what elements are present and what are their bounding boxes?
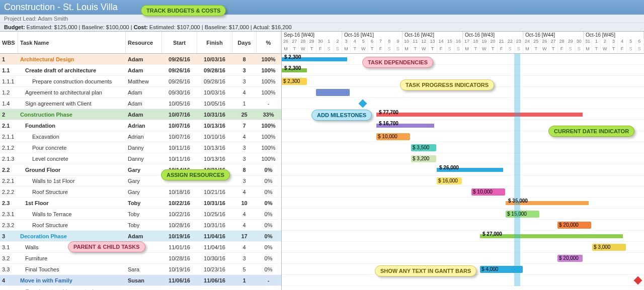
task-row[interactable]: 2.31st FloorToby10/22/1610/31/16100%	[0, 198, 281, 209]
task-row[interactable]: 1.4Sign agreement with ClientAdam10/05/1…	[0, 98, 281, 109]
milestone-marker[interactable]	[634, 276, 642, 285]
task-bar[interactable]: $ 16,000	[437, 177, 462, 184]
gantt-row: $ 16,000	[282, 175, 644, 186]
grid-header: WBS Task Name Resource Start Finish Days…	[0, 32, 281, 54]
project-lead: Project Lead: Adam Smith	[0, 15, 644, 23]
task-row[interactable]: 1.1Create draft of architectureAdam09/26…	[0, 65, 281, 76]
task-bar[interactable]	[316, 89, 350, 96]
gantt-chart[interactable]: Sep-16 [W40]Oct-16 [W41]Oct-16 [W42]Oct-…	[282, 32, 644, 290]
col-wbs[interactable]: WBS	[0, 32, 18, 53]
gantt-row: $ 10,000	[282, 186, 644, 198]
task-row[interactable]: 2.1.1ExcavationAdrian10/07/1610/10/16410…	[0, 131, 281, 142]
task-row[interactable]: 3Decoration PhaseAdam10/19/1611/04/16170…	[0, 231, 281, 242]
gantt-row: $ 3,200	[282, 153, 644, 164]
gantt-row: $ 35,000	[282, 198, 644, 209]
callout-milestones: ADD MILESTONES	[311, 110, 372, 121]
gantt-row: $ 20,000	[282, 220, 644, 231]
task-row[interactable]: 1.1.1Prepare construction documentsMatth…	[0, 76, 281, 87]
milestone-marker[interactable]	[359, 100, 367, 108]
gantt-row: $ 3,000	[282, 242, 644, 253]
col-days[interactable]: Days	[232, 32, 257, 53]
bar-label: $ 2,300	[283, 54, 302, 61]
task-bar[interactable]: $ 15,000	[506, 211, 539, 218]
callout-parent: PARENT & CHILD TASKS	[68, 241, 145, 252]
budget-line: Budget: Estimated: $125,000 | Baseline: …	[0, 23, 644, 32]
col-pct[interactable]: %	[257, 32, 281, 53]
current-date-indicator	[514, 54, 520, 286]
task-row[interactable]: 1Architectural DesignAdam09/26/1610/03/1…	[0, 54, 281, 65]
task-bar[interactable]: $ 3,000	[592, 244, 626, 251]
task-row[interactable]: 4Move in with FamilySusan11/06/1611/06/1…	[0, 275, 281, 286]
task-row[interactable]: 2Construction PhaseAdam10/07/1610/31/162…	[0, 109, 281, 120]
callout-assign: ASSIGN RESOURCES	[161, 169, 230, 180]
bar-label: $ 26,000	[438, 164, 460, 171]
task-row[interactable]: 2.3.1Walls to TerraceToby10/22/1610/25/1…	[0, 209, 281, 220]
task-row[interactable]: 2.2.2Roof StructureGary10/18/1610/21/164…	[0, 186, 281, 198]
timeline-header: Sep-16 [W40]Oct-16 [W41]Oct-16 [W42]Oct-…	[282, 32, 644, 54]
gantt-row: $ 15,000	[282, 209, 644, 220]
task-bar[interactable]: $ 10,000	[376, 133, 410, 140]
callout-progress: TASK PROGRESS INDICATORS	[400, 79, 494, 90]
bar-label: $ 77,700	[377, 109, 400, 116]
col-finish[interactable]: Finish	[197, 32, 232, 53]
task-row[interactable]: 2.3.2Roof StructureToby10/28/1610/31/164…	[0, 220, 281, 231]
gantt-row: $ 3,500	[282, 142, 644, 153]
gantt-row	[282, 275, 644, 286]
col-resource[interactable]: Resource	[126, 32, 162, 53]
task-bar[interactable]: $ 20,000	[557, 222, 591, 229]
gantt-row: $ 2,300	[282, 65, 644, 76]
gantt-row	[282, 98, 644, 109]
task-bar[interactable]: $ 10,000	[471, 188, 505, 196]
bar-label: $ 2,300	[283, 65, 302, 72]
gantt-row: $ 2,300	[282, 54, 644, 65]
task-bar[interactable]: $ 3,500	[411, 144, 436, 151]
bar-label: $ 27,000	[481, 231, 504, 238]
callout-deps: TASK DEPENDENCIES	[362, 57, 433, 68]
task-row[interactable]: 2.1.3Level concreteDanny10/11/1610/13/16…	[0, 153, 281, 164]
gantt-row: $ 27,000	[282, 231, 644, 242]
task-row[interactable]: 3.3Final TouchesSara10/19/1610/23/1650%	[0, 264, 281, 275]
callout-budgets: TRACK BUDGETS & COSTS	[141, 5, 226, 16]
task-row[interactable]: 2.2.1Walls to 1st FloorGary30%	[0, 175, 281, 186]
task-row[interactable]: 2.1FoundationAdrian10/07/1610/13/167100%	[0, 120, 281, 131]
bar-label: $ 16,700	[377, 120, 400, 127]
col-name[interactable]: Task Name	[18, 32, 126, 53]
new-task-input[interactable]: Type here to add a new task	[0, 286, 281, 290]
task-row[interactable]: 2.1.2Pour concreteDanny10/11/1610/13/163…	[0, 142, 281, 153]
gantt-row: $ 26,000	[282, 164, 644, 175]
task-row[interactable]: 2.2Ground FloorGary10/14/1610/21/1680%	[0, 164, 281, 175]
summary-bar[interactable]	[376, 113, 583, 117]
task-bar[interactable]: $ 3,200	[411, 155, 436, 162]
window-title: Construction - St. Louis Villa	[0, 0, 644, 15]
gantt-row: $ 20,000	[282, 253, 644, 264]
task-row[interactable]: 1.2Agreement to architectural planAdam09…	[0, 87, 281, 98]
task-bar[interactable]: $ 2,300	[282, 78, 307, 85]
task-bar[interactable]: $ 20,000	[557, 255, 583, 262]
task-row[interactable]: 3.2Furniture10/28/1610/30/1630%	[0, 253, 281, 264]
callout-current-date: CURRENT DATE INDICATOR	[548, 126, 634, 137]
col-start[interactable]: Start	[162, 32, 197, 53]
callout-showtext: SHOW ANY TEXT IN GANTT BARS	[375, 265, 476, 276]
